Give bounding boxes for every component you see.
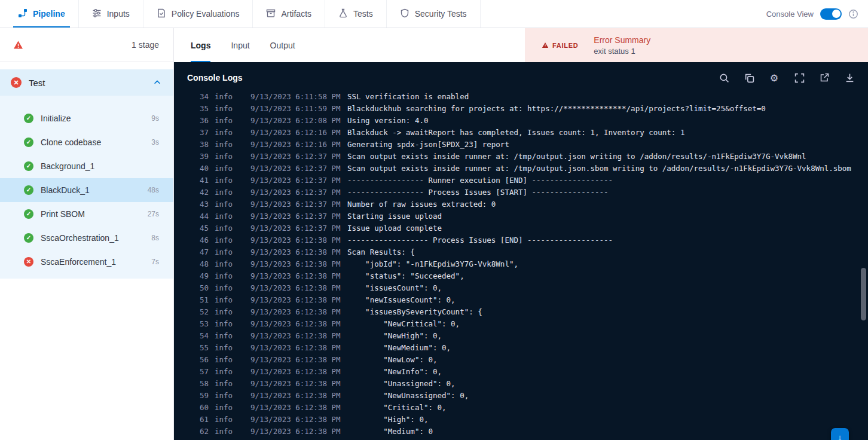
log-timestamp: 9/13/2023 6:12:38 PM (250, 342, 340, 354)
log-message: "NewInfo": 0, (347, 367, 442, 376)
log-timestamp: 9/13/2023 6:12:38 PM (250, 318, 340, 330)
settings-gear-icon[interactable]: ⚙ (769, 72, 780, 83)
log-message: ------------------ Process Issues [END] … (347, 236, 613, 245)
log-line: 56info9/13/2023 6:12:38 PM "NewLow": 0, (198, 354, 868, 366)
tab-logs[interactable]: Logs (191, 28, 210, 62)
step-duration: 3s (151, 138, 159, 146)
tab-input[interactable]: Input (231, 28, 249, 62)
step-success-icon: ✓ (24, 161, 33, 171)
step-item[interactable]: ✓Clone codebase3s (0, 130, 173, 154)
log-line-number: 48 (198, 258, 209, 270)
tab-label: Policy Evaluations (172, 9, 240, 19)
log-line-number: 62 (198, 426, 209, 438)
console-header: Console Logs ⚙ (174, 62, 868, 93)
log-level: info (215, 426, 233, 438)
step-success-icon: ✓ (24, 185, 33, 195)
log-message: "Critical": 0, (347, 403, 447, 412)
tab-label: Tests (353, 9, 373, 19)
log-message: Starting issue upload (347, 212, 442, 221)
step-name: Initialize (41, 114, 71, 123)
stage-header-test[interactable]: ✕ Test (0, 69, 173, 96)
log-line-number: 53 (198, 318, 209, 330)
log-line: 49info9/13/2023 6:12:38 PM "status": "Su… (198, 270, 868, 282)
log-level: info (215, 258, 233, 270)
step-success-icon: ✓ (24, 138, 33, 147)
log-line-number: 47 (198, 246, 209, 258)
log-view-tabs: Logs Input Output (174, 28, 525, 62)
log-message: "NewHigh": 0, (347, 331, 442, 340)
tab-tests[interactable]: Tests (325, 0, 387, 28)
console-view-toggle[interactable] (820, 8, 842, 20)
log-timestamp: 9/13/2023 6:12:37 PM (250, 175, 340, 187)
log-message: Generating spdx-json[SPDX_23] report (347, 140, 509, 149)
log-level: info (215, 390, 233, 402)
tab-label: Inputs (107, 9, 130, 19)
step-name: BlackDuck_1 (41, 185, 90, 195)
error-summary-texts: Error Summary exit status 1 (594, 35, 650, 56)
log-line-number: 60 (198, 402, 209, 414)
step-item[interactable]: ✓BlackDuck_148s (0, 178, 173, 202)
log-line-number: 34 (198, 93, 209, 103)
log-level: info (215, 354, 233, 366)
stage-panel: ✕ Test ✓Initialize9s✓Clone codebase3s✓Ba… (0, 69, 173, 279)
error-summary-banner: FAILED Error Summary exit status 1 (525, 28, 868, 62)
log-line: 52info9/13/2023 6:12:38 PM "issuesBySeve… (198, 306, 868, 318)
step-item[interactable]: ✓Initialize9s (0, 106, 173, 130)
log-level: info (215, 270, 233, 282)
fullscreen-icon[interactable] (794, 72, 805, 83)
log-timestamp: 9/13/2023 6:12:38 PM (250, 234, 340, 246)
log-level: info (215, 378, 233, 390)
step-item[interactable]: ✓Print SBOM27s (0, 202, 173, 226)
log-timestamp: 9/13/2023 6:12:38 PM (250, 294, 340, 306)
log-level: info (215, 93, 233, 103)
content-area: 1 stage ✕ Test ✓Initialize9s✓Clone codeb… (0, 28, 868, 440)
steps-list: ✓Initialize9s✓Clone codebase3s✓Backgroun… (0, 96, 173, 274)
log-line-number: 46 (198, 234, 209, 246)
log-timestamp: 9/13/2023 6:12:38 PM (250, 246, 340, 258)
scroll-to-bottom-button[interactable]: ↓ (831, 428, 849, 440)
download-icon[interactable] (844, 72, 855, 83)
log-line: 47info9/13/2023 6:12:38 PMScan Results: … (198, 246, 868, 258)
tab-output[interactable]: Output (270, 28, 295, 62)
console-logs-title: Console Logs (187, 73, 243, 82)
log-message: Scan output exists inside runner at: /tm… (347, 164, 851, 173)
artifacts-icon (266, 8, 276, 20)
external-link-icon[interactable] (819, 72, 830, 83)
chevron-up-icon[interactable] (153, 78, 161, 87)
step-duration: 8s (151, 234, 159, 242)
copy-icon[interactable] (744, 72, 754, 83)
log-level: info (215, 306, 233, 318)
log-message: Scan Results: { (347, 248, 415, 256)
log-level: info (215, 210, 233, 222)
log-timestamp: 9/13/2023 6:12:37 PM (250, 198, 340, 210)
step-item[interactable]: ✕SscaEnforcement_17s (0, 250, 173, 274)
log-timestamp: 9/13/2023 6:12:37 PM (250, 187, 340, 198)
log-line: 48info9/13/2023 6:12:38 PM "jobId": "-n1… (198, 258, 868, 270)
step-item[interactable]: ✓SscaOrchestration_18s (0, 226, 173, 250)
tab-security-tests[interactable]: Security Tests (387, 0, 481, 28)
log-timestamp: 9/13/2023 6:12:38 PM (250, 270, 340, 282)
step-item[interactable]: ✓Background_1 (0, 154, 173, 178)
tab-pipeline[interactable]: Pipeline (5, 0, 79, 28)
search-icon[interactable] (719, 72, 729, 83)
log-line: 41info9/13/2023 6:12:37 PM--------------… (198, 175, 868, 187)
tab-inputs[interactable]: Inputs (79, 0, 143, 28)
step-duration: 7s (151, 258, 159, 266)
console-scrollbar-thumb[interactable] (861, 268, 866, 320)
tab-artifacts[interactable]: Artifacts (253, 0, 325, 28)
log-level: info (215, 115, 233, 127)
error-summary-title: Error Summary (594, 35, 650, 45)
log-line-number: 57 (198, 366, 209, 378)
main-panel: Logs Input Output FAILED Error Summary e… (174, 28, 868, 440)
info-icon[interactable] (848, 9, 858, 19)
log-line: 51info9/13/2023 6:12:38 PM "newIssuesCou… (198, 294, 868, 306)
log-line: 45info9/13/2023 6:12:37 PMIssue upload c… (198, 222, 868, 234)
tab-policy-evaluations[interactable]: Policy Evaluations (143, 0, 253, 28)
step-success-icon: ✓ (24, 114, 33, 123)
log-message: Using version: 4.0 (347, 116, 428, 125)
log-line: 37info9/13/2023 6:12:16 PMBlackduck -> a… (198, 127, 868, 139)
log-timestamp: 9/13/2023 6:12:38 PM (250, 330, 340, 342)
log-message: ----------------- Process Issues [START]… (347, 188, 609, 197)
log-line: 53info9/13/2023 6:12:38 PM "NewCritical"… (198, 318, 868, 330)
log-timestamp: 9/13/2023 6:12:38 PM (250, 366, 340, 378)
